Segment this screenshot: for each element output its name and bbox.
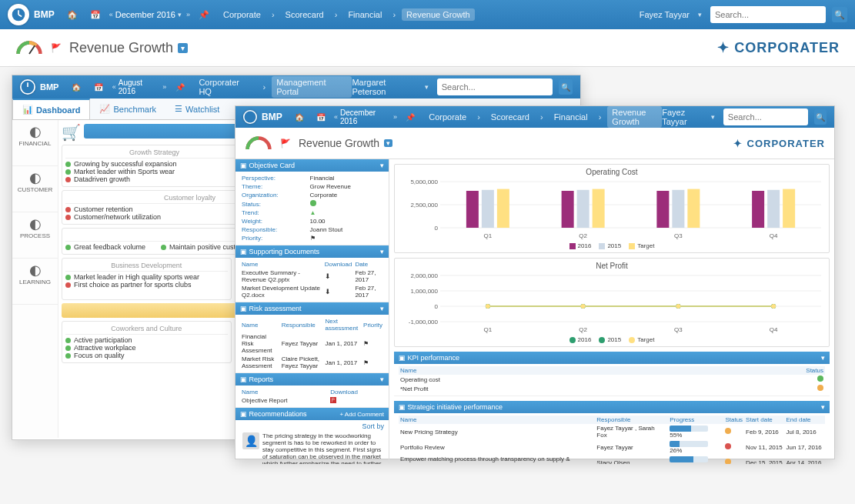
wb-cal-icon[interactable]: 📅 (312, 107, 330, 127)
search-input[interactable] (713, 9, 823, 20)
panel-reports-header[interactable]: ▣ Reports▾ (235, 373, 389, 386)
svg-rect-14 (562, 191, 574, 228)
chevron-down-icon[interactable]: ▾ (821, 403, 825, 411)
wb-crumb-2[interactable]: Financial (549, 111, 593, 123)
wa-pin-icon[interactable]: 📌 (170, 77, 189, 97)
user-dropdown-icon[interactable]: ▾ (696, 11, 704, 18)
gauge-icon: ◐ (12, 262, 58, 279)
crumb-3[interactable]: Revenue Growth (402, 8, 475, 21)
table-row[interactable]: *Net Profit (399, 384, 825, 393)
tab-dashboard-label: Dashboard (36, 105, 80, 115)
svg-text:2,500,000: 2,500,000 (410, 202, 438, 209)
period-next-icon[interactable]: » (184, 11, 192, 18)
wa-search-button[interactable]: 🔍 (559, 79, 573, 95)
pin-icon[interactable]: 📌 (194, 5, 214, 25)
table-row[interactable]: New Pricing StrategyFayez Tayyar , Sarah… (399, 424, 825, 439)
table-row[interactable]: Financial Risk AssesmentFayez TayyarJan … (240, 332, 384, 355)
list-item: Attractive workplace (65, 344, 228, 352)
home-icon[interactable]: 🏠 (62, 5, 82, 25)
chevron-down-icon[interactable]: ▾ (380, 162, 384, 169)
page-title: Revenue Growth (69, 40, 173, 56)
wb-home-icon[interactable]: 🏠 (290, 107, 309, 127)
wb-prev-icon[interactable]: « (332, 113, 340, 121)
svg-rect-12 (497, 189, 509, 228)
crumb-2[interactable]: Financial (343, 8, 386, 21)
wa-home-icon[interactable]: 🏠 (66, 77, 85, 97)
app-topbar: BMP 🏠 📅 « December 2016 ▾ » 📌 Corporate›… (0, 0, 855, 29)
chevron-down-icon[interactable]: ▾ (821, 354, 825, 362)
wa-period[interactable]: August 2016 (119, 78, 160, 95)
crumb-0[interactable]: Corporate (219, 8, 266, 21)
svg-text:5,000,000: 5,000,000 (410, 179, 438, 185)
period-prev-icon[interactable]: « (107, 11, 115, 18)
panel-init-header[interactable]: ▣ Strategic initiative performance▾ (394, 401, 830, 413)
table-row[interactable]: Operating cost (399, 375, 825, 384)
col: Progress (668, 416, 723, 424)
tab-dashboard[interactable]: 📊Dashboard (12, 98, 90, 119)
wb-next-icon[interactable]: » (391, 113, 399, 121)
wa-crumb-0[interactable]: Corporater HQ (194, 76, 256, 98)
download-icon[interactable]: ⬇ (323, 284, 354, 299)
wb-brand: BMP (262, 112, 282, 122)
wb-crumb-3[interactable]: Revenue Growth (607, 106, 662, 128)
wa-period-next-icon[interactable]: » (160, 83, 169, 91)
crumb-1[interactable]: Scorecard (281, 8, 329, 21)
svg-text:Q1: Q1 (484, 326, 493, 333)
chevron-down-icon[interactable]: ▾ (380, 248, 384, 255)
persp-learning[interactable]: ◐LEARNING (12, 259, 58, 305)
panel-recs-header[interactable]: ▣ Recommendations+ Add Comment (235, 408, 389, 420)
table-row[interactable]: Portfolio ReviewFayez Tayyar 26%Nov 11, … (399, 439, 825, 455)
benchmark-icon: 📈 (99, 104, 110, 114)
panel-objective-header[interactable]: ▣ Objective Card▾ (235, 159, 389, 172)
panel-kpi: ▣ KPI performance▾ NameStatus Operating … (394, 352, 830, 396)
persp-customer[interactable]: ◐CUSTOMER (12, 166, 58, 212)
sort-by-link[interactable]: Sort by (240, 422, 384, 430)
wa-search-input[interactable] (440, 82, 549, 92)
persp-process[interactable]: ◐PROCESS (12, 212, 58, 259)
calendar-icon[interactable]: 📅 (85, 5, 105, 25)
wb-period[interactable]: December 2016 (340, 108, 391, 125)
wb-crumb-1[interactable]: Scorecard (486, 111, 534, 123)
persp-financial[interactable]: ◐FINANCIAL (12, 120, 58, 166)
wa-calendar-icon[interactable]: 📅 (89, 77, 109, 97)
wa-user-dd-icon[interactable]: ▾ (422, 83, 431, 91)
table-row[interactable]: Objective Report🅿 (240, 396, 384, 405)
period-dropdown-icon[interactable]: ▾ (175, 11, 184, 18)
wb-pin-icon[interactable]: 📌 (401, 107, 419, 127)
chevron-down-icon[interactable]: ▾ (380, 305, 384, 312)
search-button[interactable]: 🔍 (832, 7, 847, 22)
svg-text:Q2: Q2 (579, 232, 587, 239)
compass-icon: ✦ (717, 39, 730, 56)
col-date: Date (353, 260, 384, 269)
page-title-dropdown-icon[interactable]: ▾ (178, 43, 188, 53)
tab-watchlist[interactable]: ☰Watchlist (165, 98, 229, 119)
wb-title-dd-icon[interactable]: ▾ (384, 139, 392, 147)
download-pdf-icon[interactable]: 🅿 (329, 396, 384, 405)
tab-benchmark[interactable]: 📈Benchmark (90, 98, 165, 119)
wa-user[interactable]: Margaret Peterson (352, 78, 416, 96)
wa-crumb-1[interactable]: Management Portal (272, 76, 352, 98)
col: End date (785, 416, 825, 424)
panel-supdocs-header[interactable]: ▣ Supporting Documents▾ (235, 245, 389, 258)
panel-risk-header[interactable]: ▣ Risk assessment▾ (235, 302, 389, 315)
table-row[interactable]: Executive Summary - Revenue Q2.pptx⬇Feb … (240, 269, 384, 284)
current-user[interactable]: Fayez Tayyar (640, 10, 690, 19)
table-row[interactable]: Market Development Update Q2.docx⬇Feb 27… (240, 284, 384, 299)
wa-topbar: BMP 🏠 📅 « August 2016 » 📌 Corporater HQ›… (12, 75, 580, 98)
panel-kpi-header[interactable]: ▣ KPI performance▾ (394, 352, 830, 364)
add-comment-button[interactable]: + Add Comment (339, 411, 384, 418)
download-icon[interactable]: ⬇ (323, 269, 354, 284)
app-logo-icon (8, 4, 29, 25)
wb-search-button[interactable]: 🔍 (814, 109, 827, 125)
table-row[interactable]: Market Risk AssesmentClaire Pickett, Fay… (240, 355, 384, 370)
wb-crumb-0[interactable]: Corporate (424, 111, 471, 123)
breadcrumb: Corporate› Scorecard› Financial› Revenue… (219, 8, 475, 21)
svg-text:0: 0 (435, 303, 439, 310)
period-label[interactable]: December 2016 (115, 10, 175, 19)
gauge-icon (15, 37, 43, 58)
wa-period-prev-icon[interactable]: « (110, 83, 119, 91)
wb-user-dd-icon[interactable]: ▾ (709, 113, 717, 121)
chevron-down-icon[interactable]: ▾ (380, 375, 384, 383)
table-row[interactable]: Empower matching process through transpa… (399, 455, 825, 464)
wb-user[interactable]: Fayez Tayyar (662, 108, 703, 126)
